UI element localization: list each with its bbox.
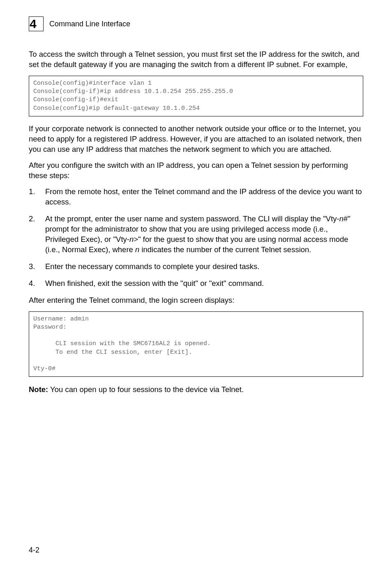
code-block-config: Console(config)#interface vlan 1 Console…: [29, 76, 363, 116]
chapter-title: Command Line Interface: [49, 20, 130, 28]
step-number: 1.: [29, 187, 45, 207]
step-content: When finished, exit the session with the…: [45, 279, 363, 289]
text-segment: At the prompt, enter the user name and s…: [45, 214, 339, 223]
italic-text: n: [129, 235, 134, 244]
note-label: Note:: [29, 385, 48, 394]
step-content: Enter the necessary commands to complete…: [45, 262, 363, 272]
step-content: At the prompt, enter the user name and s…: [45, 214, 363, 255]
step-1: 1. From the remote host, enter the Telne…: [29, 187, 363, 207]
code-block-login: Username: admin Password: CLI session wi…: [29, 311, 363, 377]
step-number: 3.: [29, 262, 45, 272]
paragraph-network: If your corporate network is connected t…: [29, 124, 363, 155]
italic-text: n: [135, 245, 139, 254]
note-text: You can open up to four sessions to the …: [48, 385, 244, 394]
note-paragraph: Note: You can open up to four sessions t…: [29, 385, 363, 395]
steps-list: 1. From the remote host, enter the Telne…: [29, 187, 363, 289]
step-4: 4. When finished, exit the session with …: [29, 279, 363, 289]
page-header: 4 Command Line Interface: [29, 16, 363, 31]
page-container: 4 Command Line Interface To access the s…: [0, 0, 392, 571]
chapter-number: 4: [30, 18, 37, 30]
step-3: 3. Enter the necessary commands to compl…: [29, 262, 363, 272]
paragraph-intro: To access the switch through a Telnet se…: [29, 49, 363, 70]
step-content: From the remote host, enter the Telnet c…: [45, 187, 363, 207]
step-number: 2.: [29, 214, 45, 255]
paragraph-telnet-steps-intro: After you configure the switch with an I…: [29, 160, 363, 181]
page-number: 4-2: [29, 546, 39, 555]
italic-text: n: [339, 214, 344, 223]
text-segment: indicates the number of the current Teln…: [139, 245, 311, 254]
step-number: 4.: [29, 279, 45, 289]
chapter-number-icon: 4: [29, 16, 44, 31]
step-2: 2. At the prompt, enter the user name an…: [29, 214, 363, 255]
paragraph-login-screen: After entering the Telnet command, the l…: [29, 295, 363, 306]
